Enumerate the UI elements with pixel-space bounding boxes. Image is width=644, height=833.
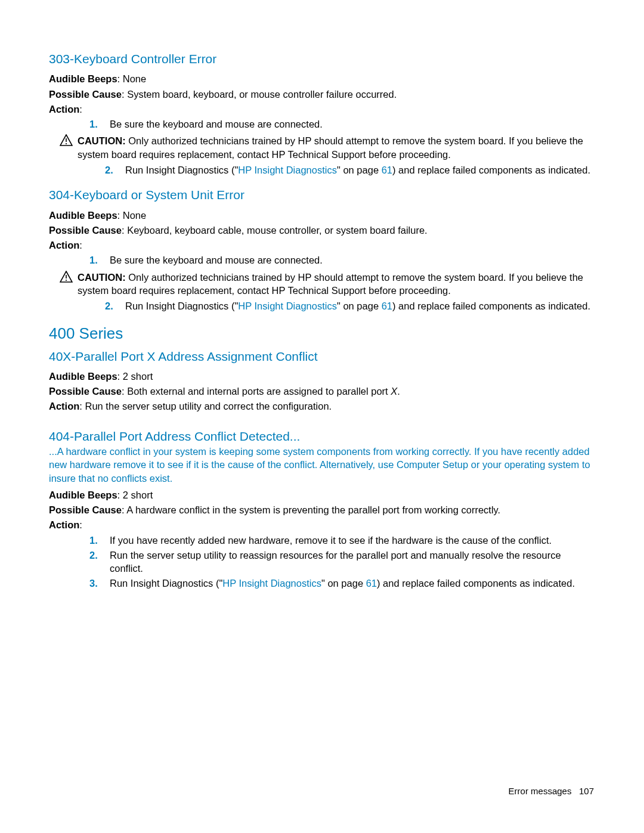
text: Only authorized technicians trained by H… (78, 135, 583, 159)
list-item: 1.Be sure the keyboard and mouse are con… (49, 253, 596, 267)
label-action: Action (49, 240, 79, 250)
steps-304: 1.Be sure the keyboard and mouse are con… (49, 253, 596, 267)
label-possible-cause: Possible Cause (49, 504, 122, 515)
heading-40x: 40X-Parallel Port X Address Assignment C… (49, 348, 596, 365)
step-text: Run Insight Diagnostics ("HP Insight Dia… (110, 577, 596, 590)
footer-label: Error messages (509, 786, 572, 796)
text: Run Insight Diagnostics (" (110, 578, 222, 589)
text: " on page (337, 165, 382, 175)
text: : None (117, 210, 147, 221)
text: : (79, 240, 82, 250)
label-audible-beeps: Audible Beeps (49, 210, 117, 221)
step-number: 2. (105, 163, 118, 176)
text: : Run the server setup utility and corre… (79, 401, 332, 411)
beeps-304: Audible Beeps: None (49, 209, 596, 222)
link-insight-diagnostics[interactable]: HP Insight Diagnostics (238, 165, 337, 175)
link-insight-diagnostics[interactable]: HP Insight Diagnostics (238, 301, 337, 311)
beeps-404: Audible Beeps: 2 short (49, 488, 596, 501)
step-number: 2. (105, 299, 118, 312)
steps-303b: 2.Run Insight Diagnostics ("HP Insight D… (49, 163, 596, 176)
text: : None (117, 73, 147, 84)
step-number: 3. (89, 577, 103, 590)
link-page-61[interactable]: 61 (366, 578, 377, 589)
label-caution: CAUTION: (78, 135, 126, 146)
variable-x: X (391, 386, 397, 397)
label-caution: CAUTION: (78, 272, 126, 283)
cause-40x: Possible Cause: Both external and intern… (49, 385, 596, 398)
step-number: 1. (89, 117, 103, 131)
label-action: Action (49, 401, 79, 411)
page-footer: Error messages 107 (509, 785, 594, 797)
label-audible-beeps: Audible Beeps (49, 73, 117, 84)
text: Run Insight Diagnostics (" (125, 165, 238, 175)
heading-304: 304-Keyboard or System Unit Error (49, 187, 596, 203)
action-304: Action: (49, 239, 596, 252)
caution-icon (60, 134, 73, 149)
caution-text: CAUTION: Only authorized technicians tra… (78, 271, 596, 298)
steps-303: 1.Be sure the keyboard and mouse are con… (49, 117, 596, 131)
steps-304b: 2.Run Insight Diagnostics ("HP Insight D… (49, 299, 596, 312)
caution-text: CAUTION: Only authorized technicians tra… (78, 134, 596, 161)
text: . (397, 386, 400, 397)
text: : System board, keyboard, or mouse contr… (122, 89, 397, 100)
text: ) and replace failed components as indic… (377, 578, 575, 589)
steps-404: 1.If you have recently added new hardwar… (49, 534, 596, 590)
step-text: Run Insight Diagnostics ("HP Insight Dia… (125, 163, 596, 176)
text: : 2 short (117, 490, 153, 500)
list-item: 3.Run Insight Diagnostics ("HP Insight D… (49, 577, 596, 590)
step-number: 1. (89, 253, 103, 267)
step-number: 1. (89, 534, 103, 547)
text: : (79, 104, 82, 114)
step-number: 2. (89, 549, 103, 575)
caution-304: CAUTION: Only authorized technicians tra… (60, 271, 596, 298)
svg-point-1 (66, 143, 67, 144)
step-text: Be sure the keyboard and mouse are conne… (110, 117, 596, 131)
text: ) and replace failed components as indic… (392, 301, 590, 311)
text: : (79, 519, 82, 530)
text: ) and replace failed components as indic… (392, 165, 590, 175)
label-possible-cause: Possible Cause (49, 225, 122, 236)
step-text: Be sure the keyboard and mouse are conne… (110, 253, 596, 267)
cause-404: Possible Cause: A hardware conflict in t… (49, 503, 596, 516)
text: : 2 short (117, 371, 153, 382)
cause-304: Possible Cause: Keyboard, keyboard cable… (49, 224, 596, 237)
action-40x: Action: Run the server setup utility and… (49, 400, 596, 413)
step-text: Run Insight Diagnostics ("HP Insight Dia… (125, 299, 596, 312)
label-action: Action (49, 519, 79, 530)
link-insight-diagnostics[interactable]: HP Insight Diagnostics (222, 578, 321, 589)
action-404: Action: (49, 518, 596, 531)
beeps-303: Audible Beeps: None (49, 72, 596, 85)
text: : Both external and internal ports are a… (122, 386, 391, 397)
heading-400-series: 400 Series (49, 323, 596, 344)
text: " on page (321, 578, 366, 589)
heading-404: 404-Parallel Port Address Conflict Detec… (49, 428, 596, 445)
text: : Keyboard, keyboard cable, mouse contro… (122, 225, 428, 236)
step-text: If you have recently added new hardware,… (110, 534, 596, 547)
link-page-61[interactable]: 61 (382, 165, 392, 175)
list-item: 2.Run Insight Diagnostics ("HP Insight D… (49, 299, 596, 312)
link-page-61[interactable]: 61 (382, 301, 392, 311)
label-audible-beeps: Audible Beeps (49, 371, 117, 382)
label-possible-cause: Possible Cause (49, 89, 122, 100)
action-303: Action: (49, 103, 596, 116)
text: : A hardware conflict in the system is p… (122, 504, 500, 515)
desc-404: ...A hardware conflict in your system is… (49, 445, 596, 485)
caution-303: CAUTION: Only authorized technicians tra… (60, 134, 596, 161)
list-item: 1.If you have recently added new hardwar… (49, 534, 596, 547)
heading-303: 303-Keyboard Controller Error (49, 51, 596, 67)
text: Only authorized technicians trained by H… (78, 272, 583, 296)
list-item: 2.Run Insight Diagnostics ("HP Insight D… (49, 163, 596, 176)
label-action: Action (49, 104, 79, 114)
label-possible-cause: Possible Cause (49, 386, 122, 397)
footer-page-number: 107 (579, 786, 594, 796)
label-audible-beeps: Audible Beeps (49, 490, 117, 500)
step-text: Run the server setup utility to reassign… (110, 549, 596, 575)
svg-point-3 (66, 280, 67, 281)
list-item: 2.Run the server setup utility to reassi… (49, 549, 596, 575)
caution-icon (60, 271, 73, 286)
cause-303: Possible Cause: System board, keyboard, … (49, 88, 596, 101)
beeps-40x: Audible Beeps: 2 short (49, 370, 596, 383)
text: " on page (337, 301, 382, 311)
text: Run Insight Diagnostics (" (125, 301, 238, 311)
page: 303-Keyboard Controller Error Audible Be… (0, 0, 644, 833)
